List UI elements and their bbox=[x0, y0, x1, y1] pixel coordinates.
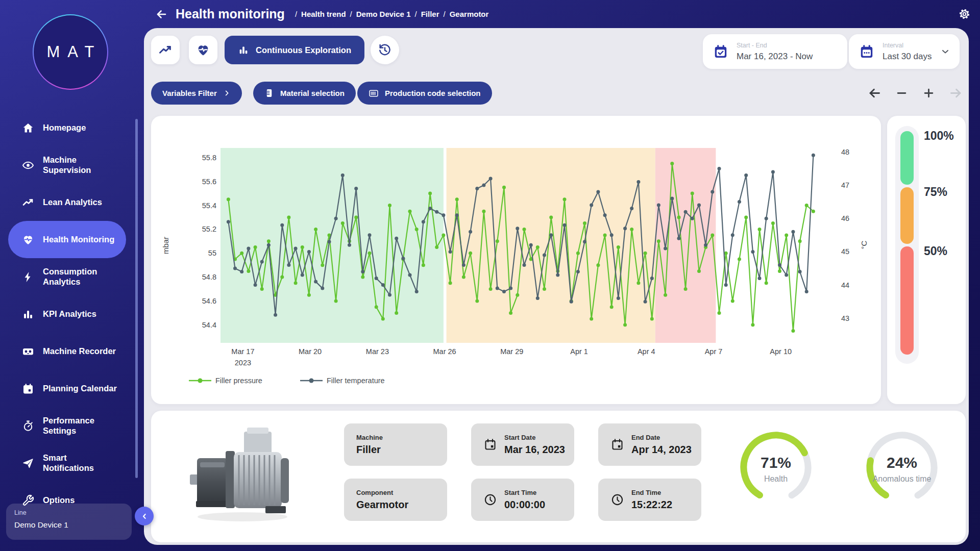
interval-select[interactable]: Interval Last 30 days bbox=[849, 34, 960, 69]
heart-pulse-icon bbox=[21, 233, 35, 246]
svg-text:54.8: 54.8 bbox=[202, 273, 216, 281]
pan-left-button[interactable] bbox=[868, 86, 881, 100]
health-trend-chart[interactable]: 55.855.655.455.25554.854.654.44847464544… bbox=[151, 116, 881, 404]
health-trend-chart-card: 55.855.655.455.25554.854.654.44847464544… bbox=[151, 116, 881, 404]
start-time-card: Start Time 00:00:00 bbox=[471, 479, 574, 521]
interval-label: Interval bbox=[883, 42, 940, 49]
svg-text:Mar 26: Mar 26 bbox=[433, 347, 456, 356]
sidebar-item-label: Planning Calendar bbox=[43, 384, 117, 393]
app-root: MAT HomepageMachine SupervisionLean Anal… bbox=[0, 0, 980, 551]
svg-text:55.8: 55.8 bbox=[202, 154, 216, 162]
continuous-exploration-button[interactable]: Continuous Exploration bbox=[225, 36, 364, 64]
chart-navigation-controls bbox=[868, 82, 963, 105]
end-date-value: Apr 14, 2023 bbox=[631, 444, 692, 456]
svg-text:2023: 2023 bbox=[235, 359, 251, 367]
date-range-label: Start - End bbox=[737, 42, 813, 49]
machine-card: Machine Filler bbox=[344, 423, 447, 466]
svg-text:46: 46 bbox=[841, 214, 849, 222]
sidebar-item-consumption-analytics[interactable]: Consumption Analytics bbox=[8, 258, 126, 295]
svg-text:Mar 29: Mar 29 bbox=[500, 347, 523, 356]
sidebar-item-label: Machine Supervision bbox=[43, 155, 119, 175]
stopwatch-icon bbox=[21, 419, 35, 433]
sidebar-item-kpi-analytics[interactable]: KPI Analytics bbox=[8, 295, 126, 333]
svg-text:54.4: 54.4 bbox=[202, 321, 216, 329]
send-icon bbox=[21, 457, 35, 470]
component-summary-card: Machine Filler Start Date Mar 16, 2023 E… bbox=[151, 411, 966, 542]
sidebar-item-smart-notifications[interactable]: Smart Notifications bbox=[8, 444, 126, 482]
gear-icon[interactable] bbox=[958, 8, 971, 20]
interval-value: Last 30 days bbox=[883, 52, 940, 62]
calendar-icon bbox=[483, 438, 497, 452]
variables-filter-button[interactable]: Variables Filter bbox=[151, 82, 242, 105]
sidebar-item-label: Health Monitoring bbox=[43, 235, 114, 244]
component-value: Gearmotor bbox=[356, 499, 408, 511]
machine-value: Filler bbox=[356, 444, 383, 456]
start-date-card: Start Date Mar 16, 2023 bbox=[471, 423, 574, 466]
breadcrumb-item[interactable]: Demo Device 1 bbox=[356, 10, 411, 18]
sidebar-item-machine-supervision[interactable]: Machine Supervision bbox=[8, 146, 126, 184]
health-scale-panel: 100% 75% 50% bbox=[887, 116, 966, 404]
svg-text:°C: °C bbox=[860, 240, 868, 249]
sidebar-item-homepage[interactable]: Homepage bbox=[8, 109, 126, 146]
device-name: Demo Device 1 bbox=[14, 520, 124, 530]
sidebar-collapse-button[interactable] bbox=[135, 507, 154, 525]
svg-text:55.6: 55.6 bbox=[202, 178, 216, 186]
end-time-value: 15:22:22 bbox=[631, 499, 672, 511]
continuous-exploration-label: Continuous Exploration bbox=[256, 45, 351, 55]
bolt-icon bbox=[21, 270, 35, 284]
svg-text:55.2: 55.2 bbox=[202, 225, 216, 233]
component-label: Component bbox=[356, 489, 408, 496]
pan-right-button[interactable] bbox=[949, 86, 963, 100]
trend-view-button[interactable] bbox=[151, 36, 180, 64]
start-date-label: Start Date bbox=[504, 434, 565, 441]
calendar-icon bbox=[21, 382, 35, 395]
production-code-selection-label: Production code selection bbox=[385, 89, 481, 97]
zoom-in-button[interactable] bbox=[922, 86, 936, 100]
zoom-out-button[interactable] bbox=[895, 86, 909, 100]
sidebar-item-lean-analytics[interactable]: Lean Analytics bbox=[8, 184, 126, 221]
svg-text:Apr 10: Apr 10 bbox=[770, 347, 792, 356]
health-scale-segment bbox=[900, 131, 914, 185]
svg-text:Filler temperature: Filler temperature bbox=[327, 377, 385, 385]
home-icon bbox=[21, 121, 35, 135]
end-date-label: End Date bbox=[631, 434, 692, 441]
clock-icon bbox=[483, 493, 497, 507]
date-range-control[interactable]: Start - End Mar 16, 2023 - Now bbox=[703, 34, 847, 69]
end-time-label: End Time bbox=[631, 489, 672, 496]
svg-text:44: 44 bbox=[841, 281, 849, 289]
breadcrumb-item[interactable]: Gearmotor bbox=[450, 10, 489, 18]
sidebar-item-label: Lean Analytics bbox=[43, 197, 102, 207]
sidebar-item-performance-settings[interactable]: Performance Settings bbox=[8, 407, 126, 444]
trend-icon bbox=[21, 196, 35, 209]
svg-text:54.6: 54.6 bbox=[202, 297, 216, 305]
breadcrumb-item[interactable]: Health trend bbox=[301, 10, 346, 18]
sidebar-item-label: Machine Recorder bbox=[43, 346, 116, 356]
sidebar-item-planning-calendar[interactable]: Planning Calendar bbox=[8, 370, 126, 407]
chevron-down-icon bbox=[940, 46, 950, 57]
sidebar-scrollbar[interactable] bbox=[135, 119, 138, 478]
page-title: Health monitoring bbox=[176, 7, 285, 21]
chevron-left-icon bbox=[140, 512, 149, 520]
breadcrumb-item[interactable]: Filler bbox=[421, 10, 439, 18]
mat-logo: MAT bbox=[33, 14, 108, 90]
heart-pulse-icon bbox=[196, 43, 210, 57]
device-selector-card[interactable]: Line Demo Device 1 bbox=[6, 504, 132, 540]
breadcrumb-separator: / bbox=[295, 10, 297, 18]
material-selection-button[interactable]: Material selection bbox=[253, 82, 356, 105]
history-button[interactable] bbox=[371, 36, 399, 64]
sidebar-nav: HomepageMachine SupervisionLean Analytic… bbox=[0, 109, 144, 519]
eye-icon bbox=[21, 159, 35, 172]
anomalous-time-gauge-text: 24% Anomalous time bbox=[859, 454, 945, 484]
svg-text:55: 55 bbox=[208, 249, 216, 257]
sidebar-item-label: KPI Analytics bbox=[43, 309, 96, 319]
scale-label-100: 100% bbox=[924, 129, 954, 143]
sidebar-item-health-monitoring[interactable]: Health Monitoring bbox=[8, 221, 126, 258]
back-button[interactable] bbox=[155, 8, 168, 21]
health-view-button[interactable] bbox=[189, 36, 217, 64]
chevron-right-icon bbox=[223, 89, 231, 97]
breadcrumb-separator: / bbox=[444, 10, 446, 18]
start-time-value: 00:00:00 bbox=[504, 499, 545, 511]
production-code-selection-button[interactable]: Production code selection bbox=[357, 82, 492, 105]
trend-icon bbox=[158, 43, 173, 57]
sidebar-item-machine-recorder[interactable]: Machine Recorder bbox=[8, 333, 126, 370]
